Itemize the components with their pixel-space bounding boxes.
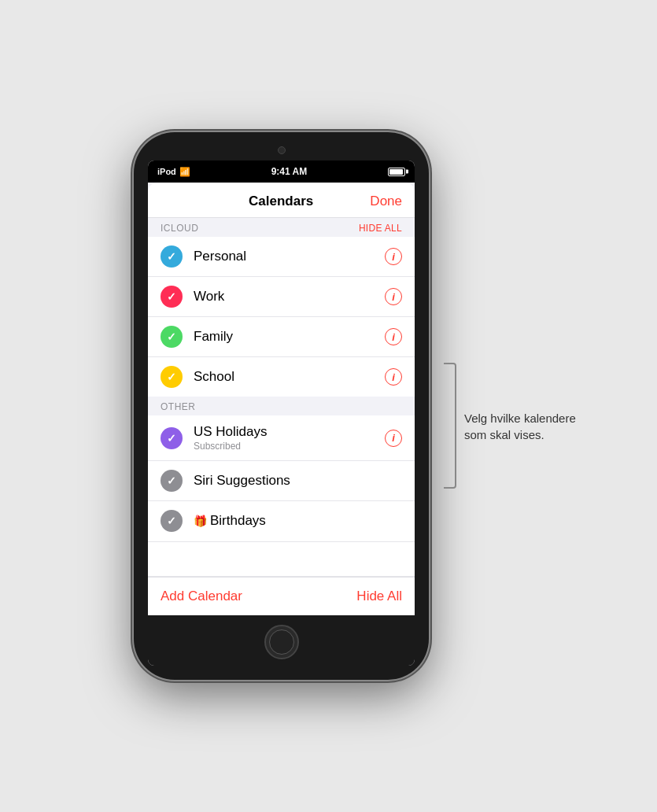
bracket [444,363,456,489]
icloud-section-header: ICLOUD HIDE ALL [148,218,415,237]
add-calendar-button[interactable]: Add Calendar [161,589,242,604]
device-screen: iPod 📶 9:41 AM Calendars Done [148,161,415,666]
other-calendar-list: ✓ US Holidays Subscribed i ✓ [148,415,415,541]
us-holidays-name: US Holidays [194,424,385,440]
work-info: Work [194,289,385,304]
done-button[interactable]: Done [370,194,402,209]
work-check: ✓ [161,286,183,308]
calendar-item-us-holidays[interactable]: ✓ US Holidays Subscribed i [148,415,415,461]
other-section-header: OTHER [148,397,415,415]
family-name: Family [194,329,385,345]
status-bar: iPod 📶 9:41 AM [148,161,415,183]
siri-name: Siri Suggestions [194,473,402,489]
birthdays-check: ✓ [161,510,183,532]
us-holidays-subtitle: Subscribed [194,441,385,452]
gift-icon: 🎁 [194,515,207,527]
calendar-item-siri[interactable]: ✓ Siri Suggestions [148,461,415,501]
birthdays-name: 🎁Birthdays [194,513,402,529]
icloud-label: ICLOUD [161,223,198,234]
hide-all-button[interactable]: Hide All [356,589,402,604]
other-label: OTHER [161,401,196,412]
siri-check: ✓ [161,470,183,492]
birthdays-info: 🎁Birthdays [194,513,402,529]
personal-check: ✓ [161,245,183,268]
modal-title: Calendars [192,194,370,209]
status-right [388,168,405,176]
personal-info-button[interactable]: i [385,248,402,265]
us-holidays-check: ✓ [161,427,183,449]
status-time: 9:41 AM [271,166,308,177]
work-info-button[interactable]: i [385,288,402,305]
calendar-item-school[interactable]: ✓ School i [148,357,415,397]
calendar-item-birthdays[interactable]: ✓ 🎁Birthdays [148,501,415,541]
school-check: ✓ [161,366,183,388]
annotation-wrapper: Velg hvilke kalendere som skal vises. [444,371,594,489]
home-button[interactable] [264,625,299,659]
school-name: School [194,369,385,385]
family-info: Family [194,329,385,345]
siri-info: Siri Suggestions [194,473,402,489]
school-info: School [194,369,385,385]
home-button-inner [269,629,294,655]
us-holidays-info: US Holidays Subscribed [194,424,385,452]
home-bar [148,615,415,666]
modal-footer: Add Calendar Hide All [148,577,415,615]
family-info-button[interactable]: i [385,328,402,345]
device: iPod 📶 9:41 AM Calendars Done [134,132,429,680]
device-camera [278,146,286,154]
wifi-icon: 📶 [179,167,190,177]
school-info-button[interactable]: i [385,368,402,386]
personal-info: Personal [194,249,385,264]
modal-sheet: Calendars Done ICLOUD HIDE ALL ✓ P [148,183,415,615]
status-left: iPod 📶 [157,167,190,177]
icloud-calendar-list: ✓ Personal i ✓ Work [148,237,415,397]
work-name: Work [194,289,385,304]
modal-header: Calendars Done [148,183,415,218]
us-holidays-info-button[interactable]: i [385,430,402,447]
calendar-item-family[interactable]: ✓ Family i [148,317,415,357]
icloud-hide-all-button[interactable]: HIDE ALL [359,223,402,234]
device-frame: iPod 📶 9:41 AM Calendars Done [134,132,429,680]
annotation-text: Velg hvilke kalendere som skal vises. [464,371,594,443]
personal-name: Personal [194,249,385,264]
calendar-item-work[interactable]: ✓ Work i [148,277,415,317]
calendar-item-personal[interactable]: ✓ Personal i [148,237,415,277]
carrier-label: iPod [157,167,176,176]
battery-icon [388,168,405,176]
family-check: ✓ [161,326,183,348]
